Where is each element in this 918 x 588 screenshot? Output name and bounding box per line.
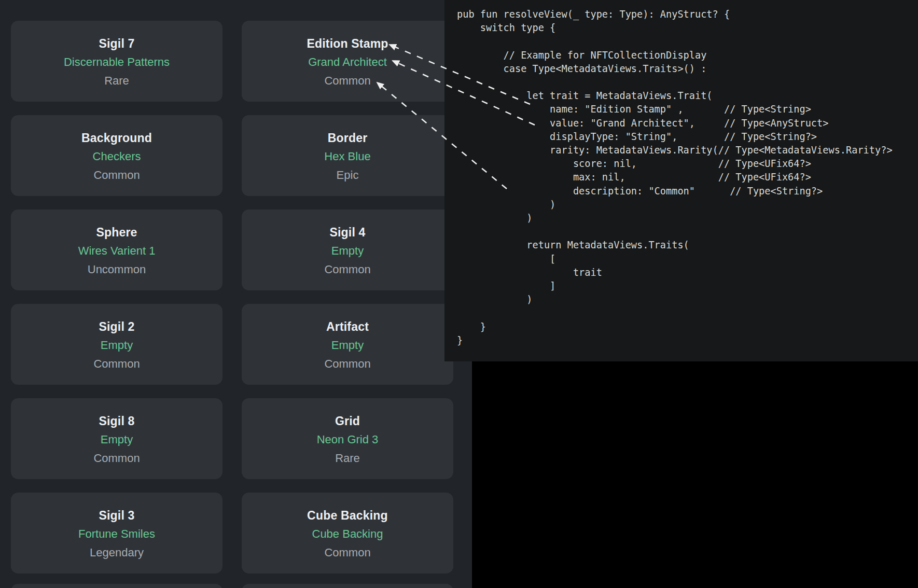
trait-value: Checkers xyxy=(11,147,222,166)
trait-card-background: Background Checkers Common xyxy=(11,115,222,196)
trait-card-partial xyxy=(11,584,222,588)
traits-page: Sigil 7 Discernable Patterns Rare Editio… xyxy=(0,0,472,588)
trait-value: Neon Grid 3 xyxy=(242,430,453,449)
trait-value: Empty xyxy=(242,242,453,260)
trait-name: Border xyxy=(242,129,453,147)
trait-rarity: Common xyxy=(11,355,222,373)
trait-rarity: Rare xyxy=(11,72,222,90)
trait-rarity: Common xyxy=(242,72,453,90)
trait-name: Sigil 7 xyxy=(11,34,222,53)
trait-value: Discernable Patterns xyxy=(11,53,222,72)
trait-card-sphere: Sphere Wires Varient 1 Uncommon xyxy=(11,209,222,290)
trait-card-sigil-2: Sigil 2 Empty Common xyxy=(11,304,222,385)
trait-rarity: Epic xyxy=(242,166,453,185)
trait-value: Empty xyxy=(242,336,453,355)
trait-card-partial xyxy=(242,584,453,588)
trait-rarity: Common xyxy=(242,355,453,373)
trait-name: Cube Backing xyxy=(242,506,453,525)
trait-value: Fortune Smiles xyxy=(11,525,222,543)
trait-value: Hex Blue xyxy=(242,147,453,166)
trait-card-sigil-8: Sigil 8 Empty Common xyxy=(11,398,222,479)
trait-card-border: Border Hex Blue Epic xyxy=(242,115,453,196)
trait-name: Artifact xyxy=(242,317,453,336)
trait-card-artifact: Artifact Empty Common xyxy=(242,304,453,385)
trait-name: Edition Stamp xyxy=(242,34,453,53)
trait-card-sigil-4: Sigil 4 Empty Common xyxy=(242,209,453,290)
trait-name: Sigil 3 xyxy=(11,506,222,525)
trait-rarity: Uncommon xyxy=(11,260,222,279)
trait-name: Sigil 8 xyxy=(11,412,222,430)
trait-card-sigil-3: Sigil 3 Fortune Smiles Legendary xyxy=(11,493,222,573)
trait-value: Empty xyxy=(11,336,222,355)
trait-name: Sigil 4 xyxy=(242,223,453,242)
trait-card-cube-backing: Cube Backing Cube Backing Common xyxy=(242,493,453,573)
trait-value: Empty xyxy=(11,430,222,449)
trait-value: Wires Varient 1 xyxy=(11,242,222,260)
trait-rarity: Legendary xyxy=(11,543,222,562)
code-panel: pub fun resolveView(_ type: Type): AnySt… xyxy=(444,0,918,361)
trait-rarity: Rare xyxy=(242,449,453,468)
trait-rarity: Common xyxy=(242,260,453,279)
trait-cards-grid: Sigil 7 Discernable Patterns Rare Editio… xyxy=(11,21,453,573)
trait-name: Background xyxy=(11,129,222,147)
trait-value: Grand Architect xyxy=(242,53,453,72)
code-text: pub fun resolveView(_ type: Type): AnySt… xyxy=(444,0,918,347)
trait-rarity: Common xyxy=(11,449,222,468)
trait-name: Grid xyxy=(242,412,453,430)
trait-name: Sigil 2 xyxy=(11,317,222,336)
trait-name: Sphere xyxy=(11,223,222,242)
trait-card-grid: Grid Neon Grid 3 Rare xyxy=(242,398,453,479)
trait-card-edition-stamp: Edition Stamp Grand Architect Common xyxy=(242,21,453,102)
trait-rarity: Common xyxy=(11,166,222,185)
trait-card-sigil-7: Sigil 7 Discernable Patterns Rare xyxy=(11,21,222,102)
trait-value: Cube Backing xyxy=(242,525,453,543)
trait-rarity: Common xyxy=(242,543,453,562)
